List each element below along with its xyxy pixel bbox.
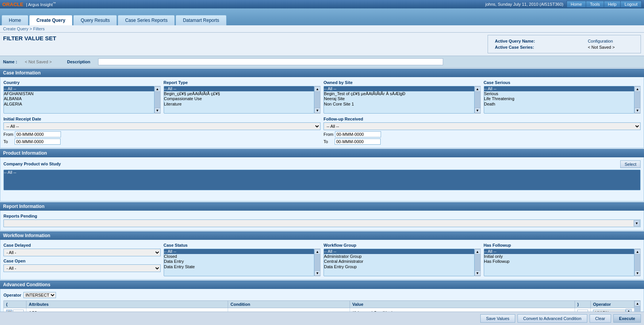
report-information-header: Report Information — [0, 202, 644, 211]
workflow-group-col: Workflow Group -- All -- Administrator G… — [324, 243, 481, 276]
col-value: Value — [350, 301, 575, 308]
case-status-col: Case Status -- All -- Closed Data Entry … — [164, 243, 321, 276]
clear-button[interactable]: Clear — [590, 314, 611, 323]
oracle-logo: ORACLE — [2, 2, 23, 7]
product-information-header: Product Information — [0, 149, 644, 157]
page-header: FILTER VALUE SET Active Query Name: Conf… — [0, 33, 644, 56]
owned-site-scroll-up[interactable]: ▲ — [475, 86, 481, 92]
owned-by-site-col: Owned by Site -- All -- Begin_Test of ç£… — [324, 80, 481, 114]
case-status-label: Case Status — [164, 243, 321, 247]
adv-table-scroll-up[interactable]: ▲ — [634, 301, 641, 306]
desc-label: Description — [67, 59, 90, 64]
followup-to-label: To — [324, 139, 333, 144]
workflow-group-scroll-up[interactable]: ▲ — [475, 249, 481, 254]
help-nav-link[interactable]: Help — [604, 1, 621, 8]
followup-to-input[interactable] — [335, 139, 381, 145]
case-open-dropdown[interactable]: - All - — [3, 264, 161, 272]
initial-to-input[interactable]: 00-MMM-0000 — [15, 139, 61, 145]
tab-case-series-reports[interactable]: Case Series Reports — [118, 15, 175, 25]
initial-receipt-label: Initial Receipt Date — [3, 117, 320, 121]
workflow-information-content: Case Delayed - All - Case Open - All - C… — [0, 240, 644, 280]
case-status-listbox[interactable]: -- All -- Closed Data Entry Data Entry S… — [164, 249, 315, 276]
has-followup-label: Has Followup — [484, 243, 641, 247]
product-information-content: Company Product w/o Study Select -- All … — [0, 157, 644, 201]
tab-datamart-reports[interactable]: Datamart Reports — [176, 15, 227, 25]
tab-query-results[interactable]: Query Results — [73, 15, 117, 25]
logout-nav-link[interactable]: Logout — [621, 1, 642, 8]
report-type-scroll-up[interactable]: ▲ — [314, 86, 320, 92]
has-followup-scroll-up[interactable]: ▲ — [634, 249, 641, 254]
case-delayed-col: Case Delayed - All - Case Open - All - — [3, 243, 161, 276]
name-label: Name : — [3, 59, 17, 64]
report-type-scroll-down[interactable]: ▼ — [314, 108, 320, 113]
has-followup-listbox[interactable]: -- All -- Initial only Has Followup — [484, 249, 635, 276]
country-scroll-down[interactable]: ▼ — [154, 108, 161, 113]
has-followup-scroll-down[interactable]: ▼ — [634, 271, 641, 276]
description-input[interactable] — [98, 58, 443, 65]
workflow-group-label: Workflow Group — [324, 243, 481, 247]
case-serious-col: Case Serious -- All -- Serious Life Thre… — [484, 80, 641, 114]
operator-select[interactable]: INTERSECT UNION MINUS — [23, 292, 56, 298]
execute-button[interactable]: Execute — [613, 314, 641, 323]
followup-col: Follow-up Received -- All -- From To — [324, 117, 641, 145]
owned-by-site-listbox[interactable]: -- All -- Begin_Test of ç£¥§ µeÄAtÃtÃtÃr… — [324, 86, 475, 114]
bottom-bar: Save Values Convert to Advanced Conditio… — [0, 312, 644, 325]
initial-to-label: To — [3, 139, 13, 144]
owned-by-site-label: Owned by Site — [324, 80, 481, 85]
reports-pending-dropdown[interactable] — [3, 219, 641, 227]
country-label: Country — [3, 80, 161, 85]
company-product-label: Company Product w/o Study — [3, 162, 61, 166]
owned-site-scroll-down[interactable]: ▼ — [475, 108, 481, 113]
workflow-group-listbox[interactable]: -- All -- Administrator Group Central Ad… — [324, 249, 475, 276]
case-serious-label: Case Serious — [484, 80, 641, 85]
case-serious-scroll-down[interactable]: ▼ — [634, 108, 641, 113]
has-followup-col: Has Followup -- All -- Initial only Has … — [484, 243, 641, 276]
active-query-value — [564, 38, 569, 44]
col-paren-close: ) — [575, 301, 591, 308]
report-type-listbox[interactable]: -- All -- Begin_ç£¥§ µeÄAtÃtÃtÃ ç£¥§ Com… — [164, 86, 315, 114]
workflow-group-scroll-down[interactable]: ▼ — [475, 271, 481, 276]
initial-from-label: From — [3, 132, 13, 137]
col-condition: Condition — [228, 301, 350, 308]
tab-create-query[interactable]: Create Query — [29, 15, 72, 25]
user-info: johns, Sunday July 11, 2010 (AI51ST360) — [485, 2, 564, 7]
active-case-label: Active Case Series: — [493, 45, 564, 50]
initial-from-input[interactable]: 00-MMM-0000 — [15, 131, 61, 137]
country-scroll-up[interactable]: ▲ — [154, 86, 161, 92]
country-listbox[interactable]: -- All -- AFGHANISTAN ALBANIA ALGERIA — [3, 86, 154, 114]
followup-from-input[interactable] — [335, 131, 381, 137]
tab-home[interactable]: Home — [2, 15, 28, 25]
main-nav: Home Create Query Query Results Case Ser… — [0, 8, 644, 25]
reports-pending-label: Reports Pending — [3, 214, 641, 218]
case-delayed-dropdown[interactable]: - All - — [3, 249, 161, 256]
advanced-conditions-header: Advanced Conditions — [0, 280, 644, 289]
name-value: < Not Saved > — [25, 59, 52, 64]
col-attributes: Attributes — [26, 301, 228, 308]
logo: ORACLE | Argus Insight™ — [2, 2, 56, 7]
case-serious-scroll-up[interactable]: ▲ — [634, 86, 641, 92]
home-nav-link[interactable]: Home — [567, 1, 586, 8]
workflow-information-header: Workflow Information — [0, 231, 644, 240]
initial-receipt-date-col: Initial Receipt Date -- All -- From 00-M… — [3, 117, 320, 145]
initial-receipt-dropdown[interactable]: -- All -- — [3, 122, 320, 130]
report-type-label: Report Type — [164, 80, 321, 85]
case-status-scroll-down[interactable]: ▼ — [314, 271, 320, 276]
query-info-box: Active Query Name: Configuration Active … — [488, 35, 641, 53]
case-status-scroll-up[interactable]: ▲ — [314, 249, 320, 254]
report-information-content: Reports Pending ▼ — [0, 211, 644, 231]
config-value: < Not Saved > — [586, 45, 635, 50]
company-product-listbox[interactable]: -- All -- — [3, 170, 641, 190]
case-information-content: Country -- All -- AFGHANISTAN ALBANIA AL… — [0, 77, 644, 148]
case-delayed-label: Case Delayed — [3, 243, 161, 247]
config-label: Configuration — [586, 38, 635, 44]
product-logo: | Argus Insight™ — [26, 2, 56, 7]
followup-dropdown[interactable]: -- All -- — [324, 122, 641, 130]
case-serious-listbox[interactable]: -- All -- Serious Life Threatening Death — [484, 86, 635, 114]
save-values-button[interactable]: Save Values — [480, 314, 515, 323]
company-product-select-button[interactable]: Select — [620, 160, 641, 168]
country-col: Country -- All -- AFGHANISTAN ALBANIA AL… — [3, 80, 161, 114]
name-desc-row: Name : < Not Saved > Description — [0, 56, 644, 68]
tools-nav-link[interactable]: Tools — [586, 1, 604, 8]
convert-button[interactable]: Convert to Advanced Condition — [518, 314, 587, 323]
active-case-value — [564, 45, 569, 50]
